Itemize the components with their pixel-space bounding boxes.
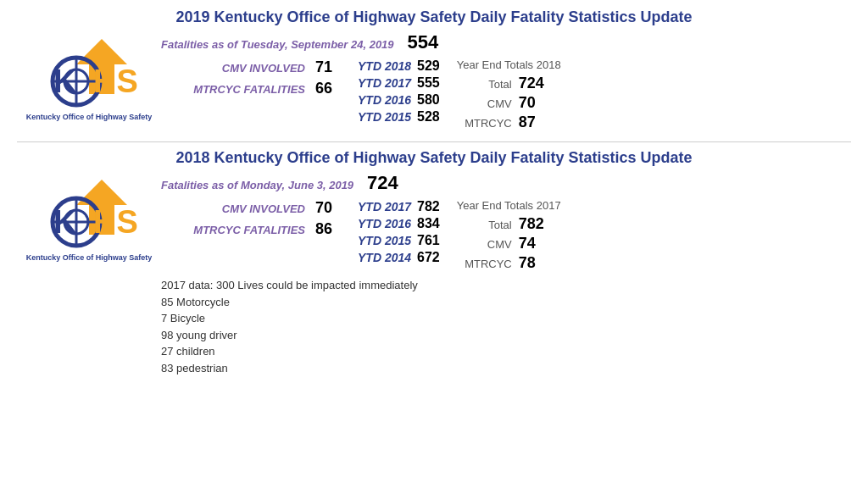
kohs-logo-2018: K HS: [30, 175, 148, 252]
mtrcyc-label-2018: MTRCYC FATALITIES: [161, 224, 305, 236]
note-line: 2017 data: 300 Lives could be impacted i…: [161, 277, 851, 294]
mtrcyc-row-2019: MTRCYC FATALITIES 66: [161, 80, 332, 97]
year-end-row: MTRCYC87: [457, 114, 576, 131]
fatalities-row-2019: Fatalities as of Tuesday, September 24, …: [161, 31, 851, 53]
year-end-row: CMV70: [457, 94, 576, 112]
fatalities-number-2019: 554: [408, 31, 439, 53]
cmv-number-2019: 71: [315, 58, 332, 76]
ytd-row: YTD 2017555: [358, 75, 440, 91]
notes-area: 2017 data: 300 Lives could be impacted i…: [161, 277, 851, 376]
ytd-label: YTD 2016: [358, 93, 417, 107]
ytd-label: YTD 2017: [358, 76, 417, 90]
section-2019: 2019 Kentucky Office of Highway Safety D…: [17, 8, 851, 133]
left-numbers-2018: CMV INVOLVED 70 MTRCYC FATALITIES 86: [161, 199, 332, 241]
ytd-value: 782: [417, 199, 440, 214]
ytd-row: YTD 2016834: [358, 216, 440, 231]
cmv-label-2019: CMV INVOLVED: [161, 62, 305, 75]
note-line: 27 children: [161, 343, 851, 360]
svg-text:HS: HS: [93, 64, 138, 99]
note-line: 98 young driver: [161, 327, 851, 344]
cmv-label-2018: CMV INVOLVED: [161, 202, 305, 215]
year-end-row: MTRCYC78: [457, 254, 576, 272]
year-end-value: 724: [519, 75, 544, 92]
ytd-row: YTD 2016580: [358, 92, 440, 108]
year-end-label: CMV: [457, 97, 512, 110]
ytd-label: YTD 2018: [358, 59, 417, 73]
left-numbers-2019: CMV INVOLVED 71 MTRCYC FATALITIES 66: [161, 58, 332, 101]
note-line: 7 Bicycle: [161, 310, 851, 327]
svg-text:K: K: [53, 204, 77, 240]
ytd-col-2018: YTD 2017782YTD 2016834YTD 2015761YTD 201…: [358, 199, 440, 267]
logo-text: Kentucky Office of Highway Safety: [26, 113, 153, 121]
ytd-value: 672: [417, 250, 440, 265]
svg-text:HS: HS: [93, 204, 138, 240]
ytd-row: YTD 2018529: [358, 58, 440, 74]
cmv-row-2018: CMV INVOLVED 70: [161, 199, 332, 217]
stats-area-2019: Fatalities as of Tuesday, September 24, …: [161, 31, 851, 133]
ytd-row: YTD 2015528: [358, 109, 440, 125]
fatalities-number-2018: 724: [367, 172, 398, 194]
stats-area-2018: Fatalities as of Monday, June 3, 2019 72…: [161, 172, 851, 376]
cmv-number-2018: 70: [315, 199, 332, 217]
ytd-value: 580: [417, 92, 440, 108]
logo-area-2019: K HS Kentucky Office of Highway Safety: [17, 35, 161, 121]
section-2018: 2018 Kentucky Office of Highway Safety D…: [17, 149, 851, 376]
ytd-label: YTD 2014: [358, 251, 417, 264]
mtrcyc-number-2019: 66: [315, 80, 332, 97]
logo-area-2018: K HS Kentucky Office of Highway Safety: [17, 175, 161, 262]
ytd-row: YTD 2015761: [358, 233, 440, 248]
year-end-title-2018: Year End Totals 2017: [457, 199, 576, 212]
year-end-label: MTRCYC: [457, 258, 512, 270]
year-end-value: 782: [519, 215, 544, 233]
year-end-label: Total: [457, 219, 512, 231]
ytd-label: YTD 2015: [358, 110, 417, 124]
ytd-value: 528: [417, 109, 440, 125]
fatalities-label-2019: Fatalities as of Tuesday, September 24, …: [161, 38, 394, 51]
year-end-row: CMV74: [457, 235, 576, 252]
svg-text:K: K: [53, 64, 77, 99]
year-end-label: MTRCYC: [457, 117, 512, 130]
ytd-row: YTD 2017782: [358, 199, 440, 214]
fatalities-label-2018: Fatalities as of Monday, June 3, 2019: [161, 179, 353, 191]
ytd-value: 834: [417, 216, 440, 231]
note-line: 85 Motorcycle: [161, 294, 851, 311]
main-stats-2019: CMV INVOLVED 71 MTRCYC FATALITIES 66 YTD…: [161, 58, 851, 133]
year-end-row: Total782: [457, 215, 576, 233]
year-end-col-2018: Year End Totals 2017Total782CMV74MTRCYC7…: [457, 199, 576, 274]
year-end-label: Total: [457, 78, 512, 91]
mtrcyc-row-2018: MTRCYC FATALITIES 86: [161, 220, 332, 238]
ytd-value: 555: [417, 75, 440, 91]
ytd-col-2019: YTD 2018529YTD 2017555YTD 2016580YTD 201…: [358, 58, 440, 126]
kohs-logo: K HS: [30, 35, 148, 111]
year-end-title-2019: Year End Totals 2018: [457, 58, 576, 71]
divider: [17, 141, 851, 142]
ytd-row: YTD 2014672: [358, 250, 440, 265]
cmv-row-2019: CMV INVOLVED 71: [161, 58, 332, 76]
year-end-row: Total724: [457, 75, 576, 92]
year-end-value: 78: [519, 254, 536, 272]
ytd-label: YTD 2017: [358, 200, 417, 214]
mtrcyc-label-2019: MTRCYC FATALITIES: [161, 83, 305, 96]
year-end-value: 70: [519, 94, 536, 112]
mtrcyc-number-2018: 86: [315, 220, 332, 238]
year-end-value: 74: [519, 235, 536, 252]
year-end-label: CMV: [457, 238, 512, 251]
ytd-label: YTD 2015: [358, 234, 417, 247]
section-2019-body: K HS Kentucky Office of Highway Safety F…: [17, 31, 851, 133]
page: 2019 Kentucky Office of Highway Safety D…: [0, 0, 868, 488]
year-end-value: 87: [519, 114, 536, 131]
year-end-col-2019: Year End Totals 2018Total724CMV70MTRCYC8…: [457, 58, 576, 133]
section-2018-title: 2018 Kentucky Office of Highway Safety D…: [17, 149, 851, 167]
section-2019-title: 2019 Kentucky Office of Highway Safety D…: [17, 8, 851, 26]
ytd-label: YTD 2016: [358, 217, 417, 230]
logo-text-2018: Kentucky Office of Highway Safety: [26, 253, 153, 262]
note-line: 83 pedestrian: [161, 360, 851, 377]
fatalities-row-2018: Fatalities as of Monday, June 3, 2019 72…: [161, 172, 851, 194]
main-stats-2018: CMV INVOLVED 70 MTRCYC FATALITIES 86 YTD…: [161, 199, 851, 274]
ytd-value: 529: [417, 58, 440, 74]
ytd-value: 761: [417, 233, 440, 248]
section-2018-body: K HS Kentucky Office of Highway Safety F…: [17, 172, 851, 376]
